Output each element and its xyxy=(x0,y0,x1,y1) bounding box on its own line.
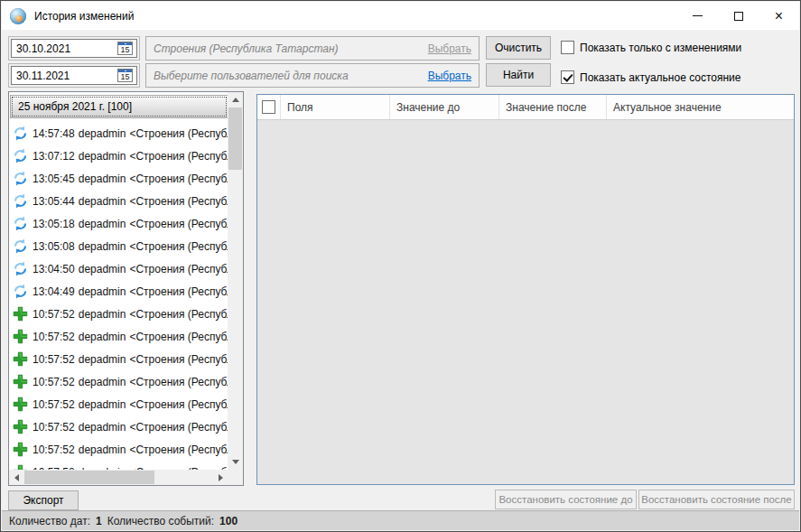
scroll-left-icon[interactable] xyxy=(9,470,24,485)
maximize-icon xyxy=(734,12,743,21)
clear-button[interactable]: Очистить xyxy=(486,36,551,60)
date-from-calendar-button[interactable]: 15 xyxy=(114,40,136,57)
event-list-item[interactable]: 10:57:52depadmin<Строения (Республи xyxy=(9,461,228,470)
event-object: <Строения (Республи xyxy=(129,398,228,411)
event-list-item[interactable]: 13:05:45depadmin<Строения (Республи xyxy=(9,167,228,190)
add-icon xyxy=(13,419,28,434)
restore-before-button[interactable]: Восстановить состояние до xyxy=(495,490,637,509)
event-time: 10:57:52 xyxy=(33,421,75,434)
sync-edit-icon xyxy=(13,193,28,209)
add-icon xyxy=(13,351,28,367)
minimize-icon xyxy=(693,15,703,16)
event-time: 13:04:49 xyxy=(33,285,75,298)
event-object: <Строения (Республи xyxy=(129,331,228,343)
calendar-icon: 15 xyxy=(117,69,133,82)
minimize-button[interactable] xyxy=(677,2,718,30)
select-all-checkbox[interactable] xyxy=(262,100,275,114)
horizontal-scroll-thumb[interactable] xyxy=(24,471,154,484)
event-list-item[interactable]: 10:57:52depadmin<Строения (Республи xyxy=(9,325,228,348)
titlebar: История изменений × xyxy=(2,2,799,30)
scroll-right-icon[interactable] xyxy=(213,470,228,485)
add-icon xyxy=(13,374,28,389)
sync-edit-icon xyxy=(13,261,28,276)
event-list-item[interactable]: 13:05:44depadmin<Строения (Республи xyxy=(9,190,228,212)
event-user: depadmin xyxy=(79,285,126,298)
horizontal-scrollbar[interactable] xyxy=(9,470,228,485)
date-group-header[interactable]: 25 ноября 2021 г. [100] xyxy=(10,95,228,118)
event-list-item[interactable]: 10:57:52depadmin<Строения (Республи xyxy=(9,438,228,461)
event-list-item[interactable]: 10:57:52depadmin<Строения (Республи xyxy=(9,370,228,393)
calendar-icon: 15 xyxy=(117,42,133,55)
event-user: depadmin xyxy=(79,331,126,343)
event-list-item[interactable]: 13:05:18depadmin<Строения (Республи xyxy=(9,212,228,235)
event-list-item[interactable]: 13:07:12depadmin<Строения (Республи xyxy=(9,145,228,167)
date-from-input[interactable]: 30.10.2021 xyxy=(12,40,114,57)
scroll-up-icon[interactable] xyxy=(228,92,243,107)
event-object: <Строения (Республи xyxy=(129,150,228,163)
event-user: depadmin xyxy=(79,376,126,388)
event-list-item[interactable]: 13:04:50depadmin<Строения (Республи xyxy=(9,257,228,280)
scrollbar-corner xyxy=(228,470,243,485)
add-icon xyxy=(13,397,28,412)
date-to-calendar-button[interactable]: 15 xyxy=(114,67,136,84)
event-user: depadmin xyxy=(79,173,126,185)
window-title: История изменений xyxy=(34,10,134,23)
event-time: 10:57:52 xyxy=(33,398,75,411)
select-all-cell xyxy=(257,95,281,119)
event-list-item[interactable]: 10:57:52depadmin<Строения (Республи xyxy=(9,303,228,325)
scroll-down-icon[interactable] xyxy=(228,454,243,470)
event-user: depadmin xyxy=(79,443,126,456)
event-list-item[interactable]: 13:05:08depadmin<Строения (Республи xyxy=(9,235,228,257)
event-object: <Строения (Республи xyxy=(129,308,228,321)
statusbar: Количество дат: 1 Количество событий: 10… xyxy=(2,510,799,530)
changes-only-row: Показать только с изменениями xyxy=(561,41,741,54)
event-time: 10:57:52 xyxy=(33,331,75,343)
export-button[interactable]: Экспорт xyxy=(8,490,79,510)
column-header-value-after[interactable]: Значение после xyxy=(499,95,607,119)
maximize-button[interactable] xyxy=(718,2,759,30)
events-count-label: Количество событий: xyxy=(107,515,214,527)
event-list-item[interactable]: 10:57:52depadmin<Строения (Республи xyxy=(9,415,228,438)
vertical-scroll-thumb[interactable] xyxy=(228,107,242,170)
event-user: depadmin xyxy=(79,308,126,321)
changes-only-checkbox[interactable] xyxy=(561,41,574,54)
event-object: <Строения (Республи xyxy=(129,353,228,366)
dates-count-value: 1 xyxy=(96,515,102,527)
layer-select-link[interactable]: Выбрать xyxy=(428,42,471,55)
event-list-item[interactable]: 10:57:52depadmin<Строения (Республи xyxy=(9,393,228,415)
add-icon xyxy=(13,442,28,457)
sync-edit-icon xyxy=(13,216,28,231)
actual-state-checkbox[interactable] xyxy=(561,70,574,84)
changes-grid-panel: Поля Значение до Значение после Актуальн… xyxy=(256,94,795,485)
column-header-value-before[interactable]: Значение до xyxy=(390,95,499,119)
user-select-link[interactable]: Выбрать xyxy=(428,70,471,82)
date-to-input[interactable]: 30.11.2021 xyxy=(12,67,114,84)
sync-edit-icon xyxy=(13,284,28,299)
event-time: 13:05:44 xyxy=(33,195,75,208)
event-time: 13:05:08 xyxy=(33,240,75,253)
column-header-actual-value[interactable]: Актуальное значение xyxy=(607,95,794,119)
event-object: <Строения (Республи xyxy=(129,218,228,230)
event-object: <Строения (Республи xyxy=(129,240,228,253)
event-list-item[interactable]: 14:57:48depadmin<Строения (Республи xyxy=(9,122,228,145)
layer-filter-box: Строения (Республика Татарстан) Выбрать xyxy=(145,36,480,61)
vertical-scrollbar[interactable] xyxy=(228,92,243,470)
column-header-fields[interactable]: Поля xyxy=(281,95,390,119)
dates-count-label: Количество дат: xyxy=(9,515,90,527)
user-filter-placeholder: Выберите пользователей для поиска xyxy=(154,70,421,82)
event-user: depadmin xyxy=(79,218,126,230)
event-list-item[interactable]: 13:04:49depadmin<Строения (Республи xyxy=(9,280,228,303)
event-user: depadmin xyxy=(79,150,126,163)
globe-dot xyxy=(15,15,23,22)
event-user: depadmin xyxy=(79,263,126,275)
event-list-item[interactable]: 10:57:52depadmin<Строения (Республи xyxy=(9,348,228,370)
events-count-value: 100 xyxy=(219,515,238,527)
restore-after-button[interactable]: Восстановить состояние после xyxy=(638,490,795,509)
event-user: depadmin xyxy=(79,421,126,434)
find-button[interactable]: Найти xyxy=(486,63,551,87)
actual-state-label: Показать актуальное состояние xyxy=(580,71,740,84)
event-time: 14:57:48 xyxy=(33,127,75,140)
actual-state-row: Показать актуальное состояние xyxy=(561,70,740,84)
globe-icon xyxy=(10,8,26,24)
close-button[interactable]: × xyxy=(759,2,799,30)
